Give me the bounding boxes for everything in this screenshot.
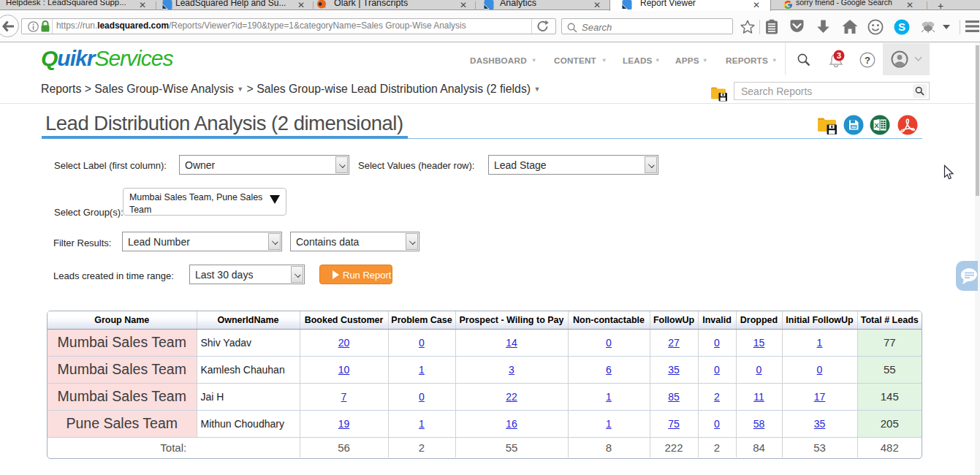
svg-text:3: 3 — [837, 51, 841, 60]
svg-text:?: ? — [865, 55, 870, 66]
svg-text:X: X — [874, 121, 879, 129]
svg-text:S: S — [898, 20, 905, 33]
